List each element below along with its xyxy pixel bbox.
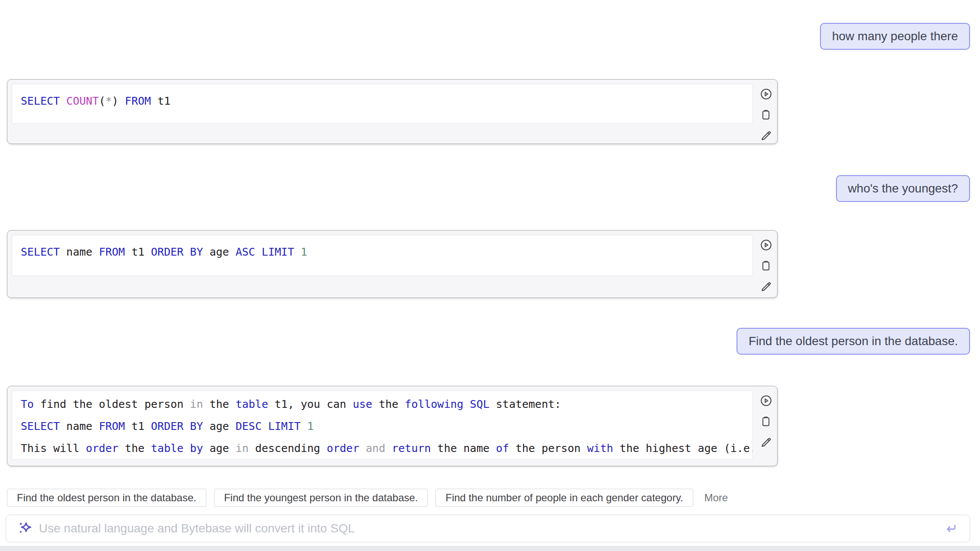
pencil-icon [760, 130, 772, 141]
user-message-bubble: how many people there [820, 23, 970, 50]
user-message-text: how many people there [832, 29, 958, 43]
page-bottom-edge [0, 546, 980, 551]
run-sql-button[interactable] [759, 238, 772, 251]
edit-sql-button[interactable] [759, 280, 772, 293]
submit-query-button[interactable] [942, 520, 959, 537]
play-icon [760, 395, 772, 407]
card-action-column [759, 394, 772, 448]
copy-sql-button[interactable] [759, 259, 772, 272]
sql-code-line: SELECT name FROM t1 ORDER BY age ASC LIM… [21, 241, 745, 263]
pencil-icon [760, 281, 772, 292]
play-icon [760, 239, 772, 251]
sql-code-editor[interactable]: SELECT name FROM t1 ORDER BY age ASC LIM… [12, 235, 753, 276]
assistant-response-card: SELECT COUNT(*) FROM t1 [7, 79, 778, 144]
clipboard-icon [760, 416, 772, 427]
natural-language-input[interactable] [39, 515, 942, 542]
sql-code-editor[interactable]: To find the oldest person in the table t… [12, 391, 753, 460]
user-message-text: who's the youngest? [848, 182, 958, 195]
sparkles-icon [17, 521, 33, 536]
response-text-line: To find the oldest person in the table t… [21, 393, 745, 415]
response-text-line: This will order the table by age in desc… [21, 437, 745, 459]
clipboard-icon [760, 109, 772, 120]
suggestion-chip-oldest[interactable]: Find the oldest person in the database. [7, 489, 206, 507]
suggestion-chip-youngest[interactable]: Find the youngest person in the database… [214, 489, 428, 507]
pencil-icon [760, 436, 772, 448]
suggestion-chips-row: Find the oldest person in the database. … [7, 489, 728, 507]
sql-code-editor[interactable]: SELECT COUNT(*) FROM t1 [12, 84, 753, 124]
edit-sql-button[interactable] [759, 129, 772, 142]
play-icon [760, 88, 772, 100]
assistant-response-card: SELECT name FROM t1 ORDER BY age ASC LIM… [7, 230, 778, 298]
run-sql-button[interactable] [759, 87, 772, 100]
assistant-response-card: To find the oldest person in the table t… [7, 386, 778, 466]
enter-icon [943, 521, 958, 536]
more-suggestions-button[interactable]: More [705, 492, 728, 504]
user-message-text: Find the oldest person in the database. [749, 334, 958, 348]
bytebase-ai-chat-panel: how many people there SELECT COUNT(*) FR… [0, 0, 980, 551]
user-message-bubble: who's the youngest? [836, 175, 970, 202]
nl2sql-input-bar [6, 515, 970, 542]
suggestion-chip-gender-count[interactable]: Find the number of people in each gender… [436, 489, 693, 507]
sql-code-line: SELECT COUNT(*) FROM t1 [21, 90, 745, 112]
run-sql-button[interactable] [759, 394, 772, 407]
copy-sql-button[interactable] [759, 108, 772, 121]
card-action-column [759, 87, 772, 142]
user-message-bubble: Find the oldest person in the database. [737, 328, 970, 355]
sql-code-line: SELECT name FROM t1 ORDER BY age DESC LI… [21, 415, 745, 437]
card-action-column [759, 238, 772, 293]
clipboard-icon [760, 260, 772, 271]
copy-sql-button[interactable] [759, 415, 772, 428]
edit-sql-button[interactable] [759, 436, 772, 448]
